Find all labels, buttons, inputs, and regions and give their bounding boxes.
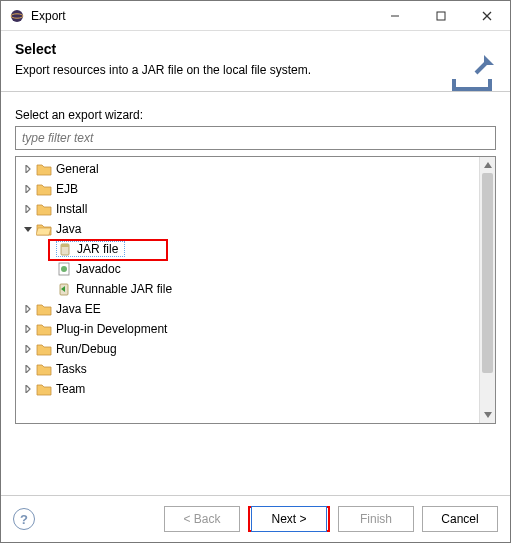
tree-item-label: Team bbox=[56, 382, 85, 396]
tree-item-label: Plug-in Development bbox=[56, 322, 167, 336]
svg-rect-8 bbox=[61, 244, 69, 247]
tree-item-plugin-dev[interactable]: Plug-in Development bbox=[16, 319, 479, 339]
tree-item-javaee[interactable]: Java EE bbox=[16, 299, 479, 319]
maximize-button[interactable] bbox=[418, 1, 464, 31]
chevron-right-icon bbox=[22, 383, 34, 395]
chevron-right-icon bbox=[22, 183, 34, 195]
tree-item-rundebug[interactable]: Run/Debug bbox=[16, 339, 479, 359]
tree-item-tasks[interactable]: Tasks bbox=[16, 359, 479, 379]
folder-icon bbox=[36, 342, 52, 356]
folder-icon bbox=[36, 302, 52, 316]
tree-item-install[interactable]: Install bbox=[16, 199, 479, 219]
tree-item-label: JAR file bbox=[77, 242, 118, 256]
chevron-right-icon bbox=[22, 163, 34, 175]
annotation-highlight-next: Next > bbox=[248, 506, 330, 532]
finish-button[interactable]: Finish bbox=[338, 506, 414, 532]
tree-item-java[interactable]: Java bbox=[16, 219, 479, 239]
tree-item-javadoc[interactable]: Javadoc bbox=[16, 259, 479, 279]
wizard-tree-container: General EJB Install Java bbox=[15, 156, 496, 424]
next-button[interactable]: Next > bbox=[251, 506, 327, 532]
tree-item-label: Runnable JAR file bbox=[76, 282, 172, 296]
tree-scrollbar[interactable] bbox=[479, 157, 495, 423]
chevron-right-icon bbox=[22, 323, 34, 335]
export-icon bbox=[448, 49, 496, 97]
svg-line-6 bbox=[476, 61, 488, 73]
tree-item-label: Java EE bbox=[56, 302, 101, 316]
banner-heading: Select bbox=[15, 41, 496, 57]
tree-item-label: Run/Debug bbox=[56, 342, 117, 356]
folder-icon bbox=[36, 182, 52, 196]
wizard-tree[interactable]: General EJB Install Java bbox=[16, 157, 479, 423]
cancel-button[interactable]: Cancel bbox=[422, 506, 498, 532]
tree-item-label: Tasks bbox=[56, 362, 87, 376]
folder-icon bbox=[36, 382, 52, 396]
tree-item-label: Java bbox=[56, 222, 81, 236]
window-controls bbox=[372, 1, 510, 31]
filter-input[interactable] bbox=[15, 126, 496, 150]
eclipse-icon bbox=[9, 8, 25, 24]
tree-item-label: EJB bbox=[56, 182, 78, 196]
wizard-banner: Select Export resources into a JAR file … bbox=[1, 31, 510, 92]
banner-description: Export resources into a JAR file on the … bbox=[15, 63, 496, 77]
tree-item-label: General bbox=[56, 162, 99, 176]
tree-item-runnable-jar[interactable]: Runnable JAR file bbox=[16, 279, 479, 299]
svg-point-0 bbox=[11, 10, 23, 22]
back-button[interactable]: < Back bbox=[164, 506, 240, 532]
scroll-thumb[interactable] bbox=[482, 173, 493, 373]
help-button[interactable]: ? bbox=[13, 508, 35, 530]
wizard-content: Select an export wizard: General EJB Ins… bbox=[1, 92, 510, 432]
select-wizard-label: Select an export wizard: bbox=[15, 108, 496, 122]
button-bar: ? < Back Next > Finish Cancel bbox=[1, 495, 510, 542]
close-button[interactable] bbox=[464, 1, 510, 31]
window-title: Export bbox=[31, 9, 372, 23]
tree-item-selection: JAR file bbox=[56, 241, 125, 257]
jar-file-icon bbox=[57, 242, 73, 256]
chevron-right-icon bbox=[22, 303, 34, 315]
titlebar: Export bbox=[1, 1, 510, 31]
chevron-down-icon bbox=[22, 223, 34, 235]
minimize-button[interactable] bbox=[372, 1, 418, 31]
folder-icon bbox=[36, 162, 52, 176]
svg-rect-3 bbox=[437, 12, 445, 20]
tree-item-general[interactable]: General bbox=[16, 159, 479, 179]
svg-point-10 bbox=[61, 266, 67, 272]
scroll-up-icon[interactable] bbox=[480, 157, 495, 173]
folder-icon bbox=[36, 322, 52, 336]
tree-item-label: Javadoc bbox=[76, 262, 121, 276]
chevron-right-icon bbox=[22, 363, 34, 375]
folder-icon bbox=[36, 362, 52, 376]
tree-item-ejb[interactable]: EJB bbox=[16, 179, 479, 199]
tree-item-jar-file[interactable]: JAR file bbox=[16, 239, 479, 259]
chevron-right-icon bbox=[22, 203, 34, 215]
tree-item-label: Install bbox=[56, 202, 87, 216]
tree-item-team[interactable]: Team bbox=[16, 379, 479, 399]
runnable-jar-icon bbox=[56, 282, 72, 296]
folder-icon bbox=[36, 202, 52, 216]
scroll-down-icon[interactable] bbox=[480, 407, 495, 423]
chevron-right-icon bbox=[22, 343, 34, 355]
javadoc-icon bbox=[56, 262, 72, 276]
folder-open-icon bbox=[36, 222, 52, 236]
